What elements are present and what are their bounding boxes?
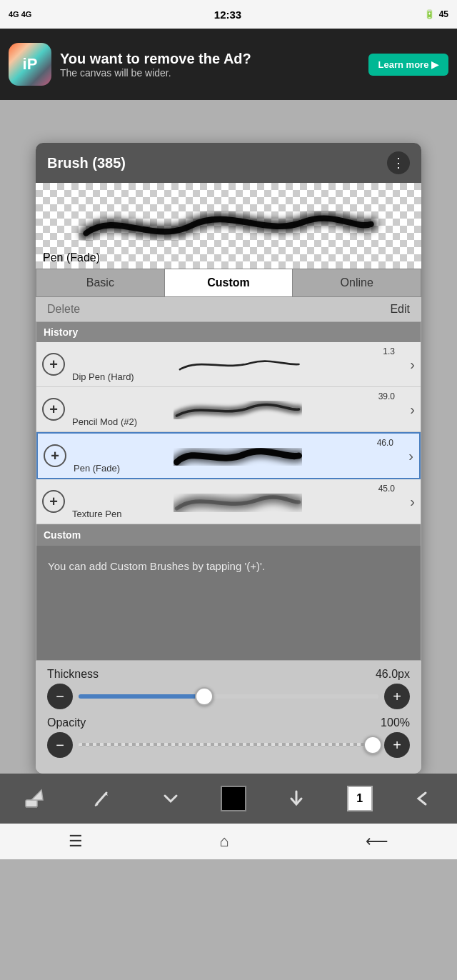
bottom-toolbar: 1 (0, 774, 457, 824)
battery-percent: 45 (439, 9, 448, 19)
history-section-header: History (36, 322, 421, 342)
brush-name-texture-pen: Texture Pen (72, 509, 121, 519)
dialog-title: Brush (385) (47, 155, 126, 171)
opacity-row: Opacity 100% (47, 716, 410, 729)
opacity-decrease-button[interactable]: − (47, 732, 73, 758)
brush-item-dip-pen-hard[interactable]: + 1.3 Dip Pen (Hard) › (36, 342, 421, 387)
brush-item-pen-fade[interactable]: + 46.0 Pen (Fade) › (36, 432, 421, 479)
brush-name-pencil-mod: Pencil Mod (#2) (72, 416, 137, 427)
opacity-slider[interactable] (79, 743, 378, 747)
tool-pen-button[interactable] (84, 781, 120, 816)
tool-back-arrow-button[interactable] (405, 781, 441, 816)
thickness-label: Thickness (47, 668, 99, 681)
opacity-label: Opacity (47, 716, 86, 729)
brush-item-texture-pen[interactable]: + 45.0 Texture Pen › (36, 479, 421, 524)
brush-chevron-dip-pen[interactable]: › (410, 356, 415, 373)
opacity-value: 100% (381, 716, 410, 729)
brush-dialog: Brush (385) ⋮ Pen (Fade) Basic Cus (36, 143, 421, 774)
brush-name-pen-fade: Pen (Fade) (74, 463, 120, 474)
brush-chevron-pen-fade[interactable]: › (408, 448, 413, 464)
brush-value-pen-fade: 46.0 (377, 438, 393, 448)
thickness-slider[interactable] (79, 694, 378, 699)
thickness-thumb[interactable] (195, 687, 214, 706)
brush-add-texture-pen[interactable]: + (42, 490, 65, 513)
brush-value-dip-pen: 1.3 (383, 346, 395, 356)
delete-button[interactable]: Delete (47, 303, 80, 316)
tab-custom[interactable]: Custom (165, 269, 293, 296)
custom-empty-message: You can add Custom Brushes by tapping '(… (36, 546, 421, 660)
svg-marker-1 (31, 790, 43, 800)
sliders-section: Thickness 46.0px − + Opacity 100% − + (36, 661, 421, 774)
opacity-control: − + (47, 732, 410, 758)
brush-add-pencil-mod[interactable]: + (42, 398, 65, 421)
brush-preview-area: Pen (Fade) (36, 183, 421, 269)
custom-label: Custom (44, 529, 81, 541)
battery-icon: 🔋 (424, 9, 435, 19)
brush-value-texture-pen: 45.0 (378, 484, 395, 494)
brush-list: History + 1.3 Dip Pen (Hard) › + (36, 321, 421, 661)
thickness-increase-button[interactable]: + (384, 684, 410, 709)
layer-count: 1 (356, 792, 363, 805)
brush-chevron-pencil-mod[interactable]: › (410, 401, 415, 418)
brush-add-pen-fade[interactable]: + (44, 444, 66, 467)
opacity-increase-button[interactable]: + (384, 732, 410, 758)
svg-line-3 (96, 793, 106, 804)
ad-title: You want to remove the Ad? (60, 50, 360, 67)
tab-online[interactable]: Online (293, 269, 421, 296)
dialog-header: Brush (385) ⋮ (36, 143, 421, 183)
edit-button[interactable]: Edit (390, 303, 410, 316)
nav-back-button[interactable]: ⟵ (351, 826, 403, 856)
status-bar: 4G 4G 12:33 🔋 45 (0, 0, 457, 29)
brush-name-dip-pen: Dip Pen (Hard) (72, 371, 134, 382)
nav-menu-button[interactable]: ☰ (54, 826, 97, 856)
signal-icon: 4G 4G (9, 10, 31, 19)
svg-rect-0 (26, 800, 37, 807)
thickness-decrease-button[interactable]: − (47, 684, 73, 709)
nav-home-button[interactable]: ⌂ (205, 826, 243, 856)
tab-basic[interactable]: Basic (36, 269, 165, 296)
brush-value-pencil-mod: 39.0 (378, 391, 395, 401)
thickness-control: − + (47, 684, 410, 709)
brush-add-dip-pen[interactable]: + (42, 353, 65, 376)
menu-dots-button[interactable]: ⋮ (387, 151, 410, 174)
opacity-thumb[interactable] (363, 736, 382, 754)
thickness-value: 46.0px (376, 668, 410, 681)
system-nav: ☰ ⌂ ⟵ (0, 824, 457, 859)
background-spacer (0, 100, 457, 143)
action-row: Delete Edit (36, 297, 421, 321)
status-right: 🔋 45 (424, 9, 448, 19)
brush-chevron-texture-pen[interactable]: › (410, 494, 415, 510)
brush-preview-label: Pen (Fade) (43, 251, 100, 264)
ad-text: You want to remove the Ad? The canvas wi… (60, 50, 360, 79)
ad-learn-more-button[interactable]: Learn more ▶ (368, 54, 448, 76)
status-left: 4G 4G (9, 10, 31, 19)
custom-section-header: Custom (36, 524, 421, 546)
layer-badge[interactable]: 1 (347, 786, 373, 811)
brush-tabs: Basic Custom Online (36, 269, 421, 297)
brush-preview-pen-fade (72, 438, 403, 474)
brush-item-pencil-mod[interactable]: + 39.0 Pencil Mod (#2) › (36, 387, 421, 432)
color-swatch[interactable] (221, 786, 246, 811)
ad-subtitle: The canvas will be wider. (60, 67, 360, 79)
tool-eraser-button[interactable] (16, 781, 52, 816)
clock: 12:33 (214, 9, 241, 21)
thickness-row: Thickness 46.0px (47, 668, 410, 681)
tool-chevron-down-button[interactable] (153, 781, 189, 816)
tool-arrow-down-button[interactable] (278, 781, 314, 816)
ad-banner: iP You want to remove the Ad? The canvas… (0, 29, 457, 100)
ad-logo: iP (9, 43, 51, 86)
